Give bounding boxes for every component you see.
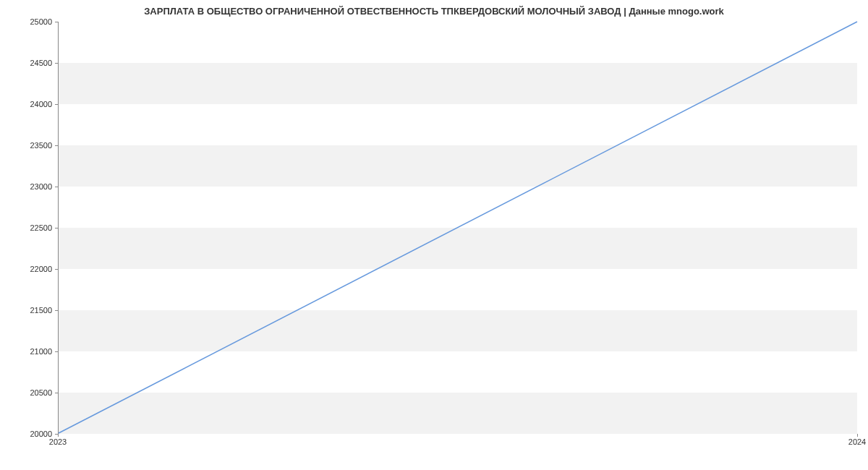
y-tick-label: 22500 [9,223,52,232]
plot-area [58,22,857,434]
y-tick-label: 24000 [9,100,52,108]
y-tick-mark [55,269,58,270]
x-tick-mark [58,434,59,437]
y-tick-mark [55,310,58,311]
data-line [59,22,857,433]
y-tick-mark [55,104,58,105]
y-tick-label: 22000 [9,265,52,273]
chart-title: ЗАРПЛАТА В ОБЩЕСТВО ОГРАНИЧЕННОЙ ОТВЕСТВ… [0,6,868,17]
chart-container: ЗАРПЛАТА В ОБЩЕСТВО ОГРАНИЧЕННОЙ ОТВЕСТВ… [0,0,868,470]
y-tick-label: 20000 [9,430,52,438]
chart-line-svg [59,22,857,433]
x-tick-label: 2023 [49,437,67,446]
x-tick-label: 2024 [848,437,866,446]
y-tick-mark [55,187,58,187]
y-tick-label: 25000 [9,17,52,26]
y-tick-label: 23500 [9,141,52,150]
y-tick-label: 20500 [9,388,52,397]
y-tick-mark [55,228,58,228]
y-tick-label: 23000 [9,182,52,191]
y-tick-label: 21000 [9,347,52,356]
y-tick-mark [55,22,58,22]
y-tick-label: 24500 [9,59,52,67]
y-tick-label: 21500 [9,306,52,315]
y-tick-mark [55,145,58,146]
x-tick-mark [857,434,858,437]
y-tick-mark [55,63,58,64]
y-tick-mark [55,351,58,352]
y-tick-mark [55,393,58,393]
